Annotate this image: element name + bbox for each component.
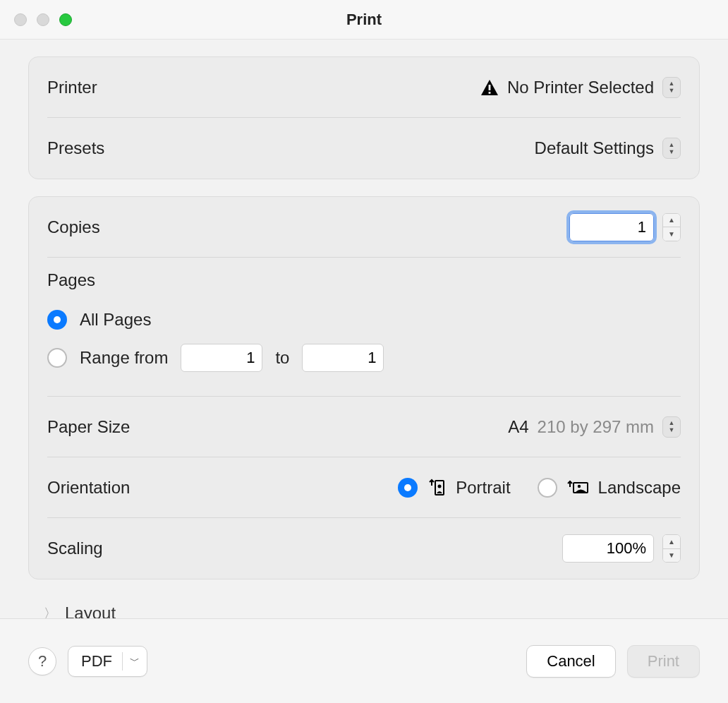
window-controls bbox=[14, 13, 72, 26]
copies-input[interactable] bbox=[569, 213, 654, 241]
divider bbox=[122, 652, 123, 671]
radio-page-range[interactable] bbox=[47, 348, 67, 368]
pdf-menu-button[interactable]: PDF ﹀ bbox=[68, 646, 147, 677]
paper-size-row: Paper Size A4 210 by 297 mm bbox=[47, 397, 681, 457]
radio-portrait[interactable] bbox=[398, 478, 418, 498]
paper-size-dimensions: 210 by 297 mm bbox=[538, 417, 654, 437]
options-panel: Copies ▲ ▼ Pages All Pages Range from to bbox=[28, 196, 700, 579]
zoom-window-button[interactable] bbox=[59, 13, 72, 26]
copies-label: Copies bbox=[47, 217, 100, 237]
range-start-input[interactable] bbox=[181, 344, 262, 372]
presets-value: Default Settings bbox=[535, 138, 654, 158]
minimize-window-button[interactable] bbox=[37, 13, 49, 26]
print-button[interactable]: Print bbox=[627, 645, 700, 678]
radio-all-pages[interactable] bbox=[47, 310, 67, 330]
updown-icon bbox=[662, 138, 681, 159]
svg-rect-1 bbox=[488, 92, 490, 94]
stepper-down-icon: ▼ bbox=[663, 549, 680, 563]
all-pages-label: All Pages bbox=[80, 310, 151, 330]
radio-landscape[interactable] bbox=[538, 478, 557, 498]
portrait-label: Portrait bbox=[456, 478, 510, 498]
pages-all-row[interactable]: All Pages bbox=[47, 303, 681, 337]
portrait-icon bbox=[427, 479, 446, 497]
pdf-label: PDF bbox=[81, 652, 112, 671]
stepper-up-icon: ▲ bbox=[663, 214, 680, 228]
scaling-label: Scaling bbox=[47, 539, 103, 558]
printer-label: Printer bbox=[47, 78, 97, 97]
svg-rect-0 bbox=[488, 85, 490, 90]
copies-row: Copies ▲ ▼ bbox=[47, 197, 681, 258]
scaling-stepper[interactable]: ▲ ▼ bbox=[662, 534, 681, 563]
orientation-label: Orientation bbox=[47, 478, 130, 498]
warning-icon bbox=[480, 79, 499, 96]
svg-point-3 bbox=[438, 484, 442, 488]
help-button[interactable]: ? bbox=[28, 647, 56, 675]
window-title: Print bbox=[346, 11, 382, 29]
chevron-down-icon: ﹀ bbox=[130, 655, 140, 668]
paper-size-label: Paper Size bbox=[47, 417, 130, 437]
scaling-input[interactable] bbox=[562, 534, 654, 563]
range-from-label: Range from bbox=[80, 348, 168, 368]
landscape-label: Landscape bbox=[598, 478, 681, 498]
orientation-landscape-option[interactable]: Landscape bbox=[538, 478, 681, 498]
printer-row: Printer No Printer Selected bbox=[47, 57, 681, 118]
pages-group: Pages All Pages Range from to bbox=[47, 258, 681, 397]
printer-value: No Printer Selected bbox=[507, 78, 654, 97]
pages-range-row[interactable]: Range from to bbox=[47, 337, 681, 379]
landscape-icon bbox=[567, 479, 588, 497]
dialog-footer: ? PDF ﹀ Cancel Print bbox=[0, 618, 728, 703]
updown-icon bbox=[662, 416, 681, 438]
scaling-row: Scaling ▲ ▼ bbox=[47, 518, 681, 579]
paper-size-select[interactable]: A4 210 by 297 mm bbox=[508, 416, 681, 438]
paper-size-value: A4 bbox=[508, 417, 528, 437]
range-end-input[interactable] bbox=[302, 344, 384, 372]
presets-select[interactable]: Default Settings bbox=[535, 138, 681, 159]
stepper-up-icon: ▲ bbox=[663, 535, 680, 549]
orientation-row: Orientation Portrait bbox=[47, 457, 681, 518]
cancel-button[interactable]: Cancel bbox=[526, 645, 615, 678]
pages-title: Pages bbox=[47, 270, 681, 290]
range-to-label: to bbox=[275, 348, 289, 368]
stepper-down-icon: ▼ bbox=[663, 227, 680, 241]
presets-row: Presets Default Settings bbox=[47, 118, 681, 179]
close-window-button[interactable] bbox=[14, 13, 27, 26]
svg-point-5 bbox=[577, 484, 580, 487]
copies-stepper[interactable]: ▲ ▼ bbox=[662, 213, 681, 241]
orientation-portrait-option[interactable]: Portrait bbox=[398, 478, 510, 498]
printer-presets-panel: Printer No Printer Selected Presets Defa… bbox=[28, 56, 700, 179]
updown-icon bbox=[662, 77, 681, 98]
title-bar: Print bbox=[0, 0, 728, 40]
presets-label: Presets bbox=[47, 138, 104, 158]
printer-select[interactable]: No Printer Selected bbox=[480, 77, 681, 98]
